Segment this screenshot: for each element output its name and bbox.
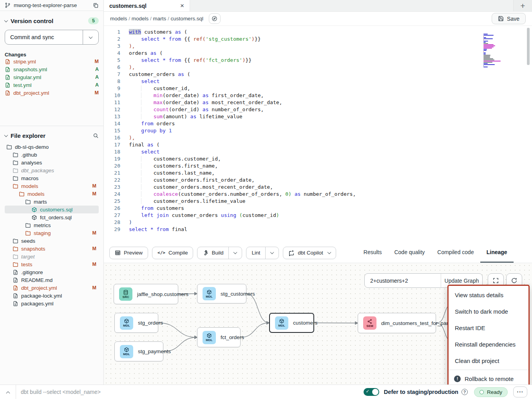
file-tree-item-tests[interactable]: testsM <box>5 260 99 268</box>
line-number: 21 <box>104 170 120 177</box>
tab-results[interactable]: Results <box>357 243 388 263</box>
line-number: 22 <box>104 177 120 184</box>
editor-scrollbar[interactable] <box>527 28 530 65</box>
lineage-node-stg_payments[interactable]: MDLstg_payments <box>114 341 163 361</box>
file-tree-item-analyses[interactable]: analyses <box>5 159 99 166</box>
change-row[interactable]: test.ymlA <box>5 81 99 89</box>
file-tree-item--github[interactable]: .github <box>5 151 99 159</box>
lineage-node-customers[interactable]: MDLcustomers <box>269 313 314 333</box>
file-tree-item-models[interactable]: modelsM <box>5 182 99 190</box>
code-line: ) <box>129 219 532 226</box>
code-content[interactable]: with customers as ( select * from {{ ref… <box>126 26 532 243</box>
refresh-icon <box>511 277 518 284</box>
code-line: customers.first_name, <box>129 162 532 170</box>
code-line: from customers <box>129 205 532 212</box>
line-number: 24 <box>104 191 120 198</box>
file-tree-item-dbt-packages[interactable]: dbt_packages <box>5 166 99 174</box>
file-tree-item-snapshots[interactable]: snapshotsM <box>5 245 99 253</box>
command-input[interactable] <box>16 389 364 395</box>
explore-compass-button[interactable] <box>209 13 221 24</box>
menu-item-switch-to-dark-mode[interactable]: Switch to dark mode <box>449 303 528 320</box>
code-minimap[interactable] <box>483 34 506 68</box>
breadcrumb-item[interactable]: customers.sql <box>171 16 203 22</box>
code-line: ), <box>129 134 532 141</box>
line-number: 23 <box>104 184 120 191</box>
file-tree-item-db-sl-qs-demo[interactable]: db-sl-qs-demo <box>5 143 99 151</box>
file-tree-item-staging[interactable]: stagingM <box>5 229 99 237</box>
main-area: customers.sql × + models / models / mart… <box>104 0 532 385</box>
file-tree-item-customers-sql[interactable]: customers.sql <box>5 206 99 213</box>
lineage-node-stg_customers[interactable]: MDLstg_customers <box>197 284 246 303</box>
preview-button[interactable]: Preview <box>109 247 148 259</box>
change-file-name: dbt_project.yml <box>13 90 92 96</box>
build-options-button[interactable] <box>228 247 242 259</box>
file-tree-item-metrics[interactable]: metrics <box>5 221 99 229</box>
lineage-selector-input[interactable] <box>365 274 441 287</box>
file-icon <box>5 82 11 88</box>
dbt-copilot-button[interactable]: dbt Copilot <box>283 247 336 259</box>
lint-options-button[interactable] <box>265 247 279 259</box>
build-button[interactable]: Build <box>197 247 242 259</box>
change-row[interactable]: singular.ymlA <box>5 73 99 81</box>
version-control-title: Version control <box>11 18 85 24</box>
search-icon[interactable] <box>93 133 99 139</box>
project-header: mwong-test-explorer-parse <box>0 0 103 11</box>
lint-button[interactable]: Lint <box>246 247 279 259</box>
commit-options-button[interactable] <box>83 30 98 44</box>
menu-item-rollback-to-remote[interactable]: ! Rollback to remote <box>449 370 528 385</box>
file-tree-item-target[interactable]: target <box>5 253 99 260</box>
version-control-header[interactable]: Version control 5 <box>5 17 99 24</box>
copy-icon[interactable] <box>93 2 99 8</box>
menu-item-restart-ide[interactable]: Restart IDE <box>449 320 528 336</box>
file-tree-item-seeds[interactable]: seeds <box>5 237 99 245</box>
tab-code-quality[interactable]: Code quality <box>388 243 431 263</box>
check-icon: ✓ <box>366 389 369 394</box>
file-tree-item-package-lock-yml[interactable]: package-lock.yml <box>5 292 99 300</box>
new-tab-button[interactable]: + <box>513 0 532 11</box>
compile-button[interactable]: </> Compile <box>152 247 193 259</box>
menu-item-view-status-details[interactable]: View status details <box>449 287 528 303</box>
breadcrumb-item[interactable]: marts <box>153 16 166 22</box>
menu-item-reinstall-dependencies[interactable]: Reinstall dependencies <box>449 336 528 352</box>
file-explorer-header[interactable]: File explorer <box>5 132 99 139</box>
tab-customers-sql[interactable]: customers.sql × <box>104 0 190 11</box>
file-tree-item-packages-yml[interactable]: packages.yml <box>5 300 99 307</box>
close-icon[interactable]: × <box>180 2 184 9</box>
menu-item-clean-dbt-project[interactable]: Clean dbt project <box>449 352 528 369</box>
change-row[interactable]: snapshots.ymlA <box>5 65 99 73</box>
commit-and-sync-button[interactable]: Commit and sync <box>5 30 99 45</box>
save-button[interactable]: Save <box>492 13 526 24</box>
help-icon[interactable]: ? <box>461 389 468 395</box>
file-name: staging <box>34 230 90 236</box>
lineage-node-fct_orders[interactable]: MDLfct_orders <box>197 327 241 347</box>
preview-label: Preview <box>124 250 143 256</box>
lineage-panel[interactable]: SRCjaffle_shop.customersMDLstg_customers… <box>104 263 532 385</box>
more-options-button[interactable]: ··· <box>513 386 527 397</box>
file-tree-item-readme-md[interactable]: README.md <box>5 276 99 284</box>
breadcrumb-item[interactable]: models <box>132 16 149 22</box>
file-name: customers.sql <box>40 207 96 213</box>
tab-lineage[interactable]: Lineage <box>480 243 514 263</box>
file-tree-item--gitignore[interactable]: .gitignore <box>5 268 99 276</box>
code-editor[interactable]: 1234567891011121314151617181920212223242… <box>104 25 532 243</box>
defer-toggle[interactable]: ✓ <box>364 388 379 396</box>
line-number: 29 <box>104 226 120 233</box>
lineage-node-dim[interactable]: SEMdim_customers_test_for_parse <box>358 313 436 333</box>
breadcrumb-item[interactable]: models <box>110 16 127 22</box>
code-icon: </> <box>157 250 165 255</box>
file-tree-item-dbt-project-yml[interactable]: dbt_project.ymlM <box>5 284 99 292</box>
file-tree-item-marts[interactable]: marts <box>5 198 99 206</box>
lineage-node-jaffle[interactable]: SRCjaffle_shop.customers <box>114 284 178 304</box>
code-line: select * from final <box>129 226 532 233</box>
file-tree-item-fct-orders-sql[interactable]: fct_orders.sql <box>5 213 99 221</box>
tab-compiled-code[interactable]: Compiled code <box>431 243 480 263</box>
chevron-down-icon <box>4 18 8 22</box>
collapse-panel-button[interactable] <box>0 385 16 399</box>
line-number: 28 <box>104 219 120 226</box>
lineage-node-stg_orders[interactable]: MDLstg_orders <box>114 313 158 333</box>
code-line: select <box>129 148 532 155</box>
change-row[interactable]: stripe.ymlM <box>5 58 99 65</box>
change-row[interactable]: dbt_project.ymlM <box>5 89 99 97</box>
file-tree-item-macros[interactable]: macros <box>5 174 99 182</box>
file-tree-item-models[interactable]: modelsM <box>5 190 99 198</box>
